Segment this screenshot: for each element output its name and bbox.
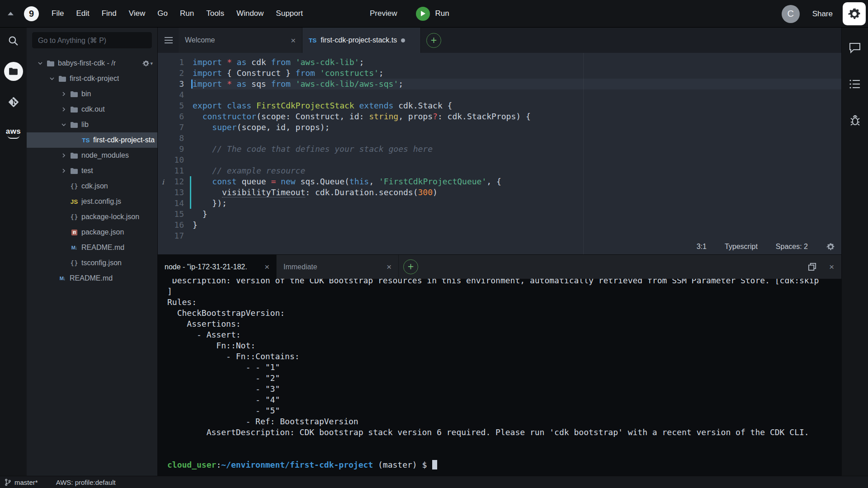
tree-item-label: package-lock.json: [81, 213, 139, 221]
tree-item-first-cdk-project-sta[interactable]: TSfirst-cdk-project-sta: [27, 132, 157, 148]
info-annotation-icon: i: [162, 177, 164, 188]
close-tab-icon[interactable]: ×: [264, 263, 269, 271]
menu-file[interactable]: File: [52, 9, 64, 18]
code-line[interactable]: // The code that defines your stack goes…: [191, 144, 841, 155]
code-line[interactable]: [191, 133, 841, 144]
terminal-tab-immediate[interactable]: Immediate×: [277, 255, 399, 279]
outline-icon[interactable]: [845, 75, 864, 94]
folder-icon: [70, 168, 78, 174]
code-line[interactable]: }: [191, 220, 841, 230]
maximize-panel-icon[interactable]: [808, 263, 816, 271]
editor-statusbar: 3:1 Typescript Spaces: 2: [697, 241, 835, 252]
menu-find[interactable]: Find: [102, 9, 117, 18]
preview-button[interactable]: Preview: [370, 9, 397, 18]
tree-item-readme-md[interactable]: M↓README.md: [27, 271, 157, 286]
preferences-button[interactable]: [843, 2, 866, 25]
code-line[interactable]: import * as sqs from 'aws-cdk-lib/aws-sq…: [191, 79, 841, 89]
code-line[interactable]: import { Construct } from 'constructs';: [191, 68, 841, 79]
run-button[interactable]: Run: [416, 7, 449, 21]
tree-item-cdk-out[interactable]: cdk.out: [27, 102, 157, 117]
menu-run[interactable]: Run: [180, 9, 194, 18]
tree-item-package-lock-json[interactable]: {}package-lock.json: [27, 209, 157, 225]
goto-anything-input[interactable]: Go to Anything (⌘ P): [32, 32, 152, 48]
tree-item-test[interactable]: test: [27, 163, 157, 178]
folder-icon: [70, 152, 78, 159]
tree-item-cdk-json[interactable]: {}cdk.json: [27, 178, 157, 194]
code-line[interactable]: import * as cdk from 'aws-cdk-lib';: [191, 57, 841, 68]
git-icon[interactable]: [4, 93, 23, 112]
menu-go[interactable]: Go: [157, 9, 168, 18]
new-terminal-button[interactable]: +: [403, 259, 418, 274]
tree-item-first-cdk-project[interactable]: first-cdk-project: [27, 71, 157, 86]
tree-item-package-json[interactable]: package.json: [27, 225, 157, 240]
close-tab-icon[interactable]: ×: [387, 263, 392, 271]
code-line[interactable]: [191, 230, 841, 241]
tree-item-babys-first-cdk-r[interactable]: babys-first-cdk - /r▾: [27, 56, 157, 71]
code-line[interactable]: constructor(scope: Construct, id: string…: [191, 111, 841, 122]
tree-item-bin[interactable]: bin: [27, 86, 157, 102]
cursor-position[interactable]: 3:1: [697, 241, 707, 252]
folder-icon: [47, 60, 55, 67]
collaborate-icon[interactable]: [845, 38, 864, 57]
terminal-output[interactable]: Description: Version of the CDK Bootstra…: [158, 279, 841, 476]
menu-view[interactable]: View: [129, 9, 146, 18]
editor-settings-gear-icon[interactable]: [826, 242, 835, 251]
new-file-tab-button[interactable]: +: [426, 33, 441, 48]
code-line[interactable]: [191, 89, 841, 100]
code-line[interactable]: // example resource: [191, 165, 841, 176]
play-icon: [416, 7, 430, 21]
search-icon[interactable]: [4, 31, 23, 50]
tree-item-jest-config-js[interactable]: JSjest.config.js: [27, 194, 157, 209]
code-line[interactable]: super(scope, id, props);: [191, 122, 841, 133]
tree-item-tsconfig-json[interactable]: {}tsconfig.json: [27, 255, 157, 271]
language-mode[interactable]: Typescript: [725, 241, 758, 252]
gutter-line: 15: [158, 209, 191, 220]
code-line[interactable]: [191, 155, 841, 165]
gutter-line: 11: [158, 165, 191, 176]
code-line[interactable]: const queue = new sqs.Queue(this, 'First…: [191, 176, 841, 187]
gutter-line: 7: [158, 122, 191, 133]
project-settings-gear-icon[interactable]: ▾: [142, 60, 153, 67]
indentation-setting[interactable]: Spaces: 2: [776, 241, 808, 252]
cloud9-logo[interactable]: 9: [24, 6, 39, 21]
editor-gutter[interactable]: 1234567891011i121314151617: [158, 53, 191, 254]
code-line[interactable]: visibilityTimeout: cdk.Duration.seconds(…: [191, 187, 841, 198]
print-margin: [583, 53, 584, 254]
code-area[interactable]: import * as cdk from 'aws-cdk-lib';impor…: [191, 53, 841, 254]
gutter-line: 6: [158, 111, 191, 122]
debugger-icon[interactable]: [845, 111, 864, 130]
close-tab-icon[interactable]: ×: [291, 36, 296, 45]
menu-edit[interactable]: Edit: [76, 9, 89, 18]
git-branch-label[interactable]: master*: [14, 479, 38, 486]
code-line[interactable]: });: [191, 198, 841, 209]
avatar[interactable]: C: [782, 5, 800, 23]
code-line[interactable]: export class FirstCdkProjectStack extend…: [191, 100, 841, 111]
aws-toolkit-icon[interactable]: aws: [4, 123, 23, 142]
file-explorer-icon[interactable]: [4, 62, 23, 81]
menu-window[interactable]: Window: [236, 9, 264, 18]
tree-item-node-modules[interactable]: node_modules: [27, 148, 157, 163]
code-line[interactable]: }: [191, 209, 841, 220]
markdown-file-icon: M↓: [70, 245, 78, 250]
close-panel-icon[interactable]: ×: [829, 263, 834, 271]
editor-tab-first-cdk-project-stack-ts[interactable]: TSfirst-cdk-project-stack.ts: [302, 28, 421, 53]
tree-item-label: lib: [81, 121, 89, 129]
tree-item-label: jest.config.js: [81, 197, 121, 206]
tree-item-readme-md[interactable]: M↓README.md: [27, 240, 157, 255]
menu-tools[interactable]: Tools: [206, 9, 224, 18]
gutter-line: 17: [158, 230, 191, 241]
tree-item-label: bin: [81, 90, 91, 98]
terminal-prompt[interactable]: cloud_user:~/environment/first-cdk-proje…: [167, 460, 841, 470]
aws-smile-icon: [8, 136, 19, 139]
left-icon-rail: aws: [0, 28, 27, 476]
code-editor[interactable]: 1234567891011i121314151617 import * as c…: [158, 53, 841, 254]
editor-tab-label: first-cdk-project-stack.ts: [321, 36, 397, 44]
typescript-file-icon: TS: [309, 37, 316, 44]
terminal-tab-node-ip-172-31-21-182[interactable]: node - "ip-172-31-21-182.×: [158, 255, 277, 279]
tree-item-lib[interactable]: lib: [27, 117, 157, 132]
share-button[interactable]: Share: [812, 9, 833, 19]
collapse-menubar-icon[interactable]: [7, 11, 14, 16]
editor-tab-welcome[interactable]: Welcome×: [179, 28, 302, 53]
tab-list-icon[interactable]: [164, 37, 173, 44]
menu-support[interactable]: Support: [276, 9, 303, 18]
